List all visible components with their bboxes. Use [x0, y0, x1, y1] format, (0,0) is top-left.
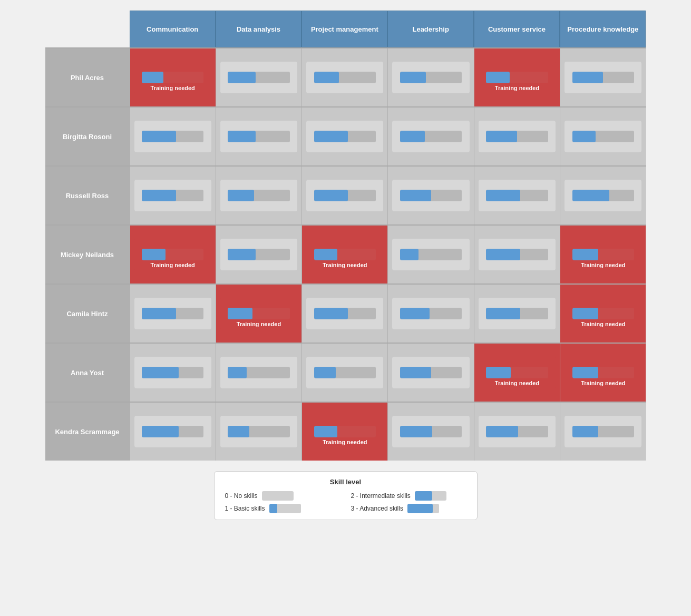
cell-1-0 — [130, 107, 216, 165]
cell-3-5: Training needed — [560, 226, 646, 283]
cell-1-5 — [560, 107, 646, 165]
legend-item-label: 1 - Basic skills — [225, 505, 265, 512]
legend-item-label: 3 - Advanced skills — [351, 505, 403, 512]
cell-0-1 — [216, 48, 301, 106]
cell-0-5 — [560, 48, 646, 106]
training-needed-label: Training needed — [134, 85, 211, 91]
cell-4-2 — [301, 285, 387, 343]
cell-6-5 — [560, 403, 646, 461]
cell-0-4: Training needed — [474, 48, 560, 106]
cell-5-4: Training needed — [474, 344, 560, 402]
row-label-6: Kendra Scrammage — [45, 403, 130, 461]
cell-5-1 — [216, 344, 301, 402]
training-needed-label: Training needed — [479, 85, 556, 91]
table-row: Anna YostTraining neededTraining needed — [45, 343, 646, 402]
legend-item-label: 0 - No skills — [225, 492, 258, 500]
cell-3-0: Training needed — [130, 226, 216, 283]
training-needed-label: Training needed — [565, 321, 641, 327]
training-needed-label: Training needed — [565, 262, 641, 268]
training-needed-label: Training needed — [479, 380, 556, 386]
table-row: Camila HintzTraining neededTraining need… — [45, 283, 646, 343]
cell-1-4 — [474, 107, 560, 165]
cell-2-3 — [387, 167, 473, 224]
cell-4-3 — [387, 285, 473, 343]
legend-bar — [269, 504, 301, 513]
cell-2-2 — [301, 167, 387, 224]
table-row: Birgitta Rosoni — [45, 106, 646, 165]
training-needed-label: Training needed — [565, 380, 641, 386]
training-needed-label: Training needed — [134, 262, 211, 268]
cell-4-0 — [130, 285, 216, 343]
cell-1-2 — [301, 107, 387, 165]
cell-0-3 — [387, 48, 473, 106]
col-header-data_analysis: Data analysis — [216, 11, 301, 47]
row-label-2: Russell Ross — [45, 167, 130, 224]
col-header-project_management: Project management — [301, 11, 387, 47]
col-header-customer_service: Customer service — [474, 11, 560, 47]
col-header-communication: Communication — [130, 11, 216, 47]
cell-4-5: Training needed — [560, 285, 646, 343]
training-needed-label: Training needed — [220, 321, 297, 327]
legend: Skill level 0 - No skills2 - Intermediat… — [214, 471, 478, 520]
cell-4-1: Training needed — [216, 285, 301, 343]
corner-cell — [45, 11, 130, 47]
table-row: Phil AcresTraining neededTraining needed — [45, 47, 646, 106]
row-label-0: Phil Acres — [45, 48, 130, 106]
table-row: Mickey NeilandsTraining neededTraining n… — [45, 224, 646, 283]
cell-3-3 — [387, 226, 473, 283]
legend-title: Skill level — [225, 478, 466, 486]
training-needed-label: Training needed — [306, 262, 383, 268]
cell-2-4 — [474, 167, 560, 224]
cell-0-2 — [301, 48, 387, 106]
table-row: Russell Ross — [45, 165, 646, 224]
cell-6-2: Training needed — [301, 403, 387, 461]
row-label-4: Camila Hintz — [45, 285, 130, 343]
table-row: Kendra ScrammageTraining needed — [45, 402, 646, 461]
legend-item-0: 0 - No skills — [225, 491, 340, 501]
cell-5-3 — [387, 344, 473, 402]
cell-3-4 — [474, 226, 560, 283]
legend-bar — [262, 491, 294, 501]
cell-4-4 — [474, 285, 560, 343]
cell-5-0 — [130, 344, 216, 402]
cell-6-1 — [216, 403, 301, 461]
legend-grid: 0 - No skills2 - Intermediate skills1 - … — [225, 491, 466, 513]
cell-6-0 — [130, 403, 216, 461]
training-needed-label: Training needed — [306, 439, 383, 445]
legend-item-3: 3 - Advanced skills — [351, 504, 466, 513]
row-label-1: Birgitta Rosoni — [45, 107, 130, 165]
cell-0-0: Training needed — [130, 48, 216, 106]
cell-6-4 — [474, 403, 560, 461]
legend-item-1: 2 - Intermediate skills — [351, 491, 466, 501]
cell-1-1 — [216, 107, 301, 165]
cell-2-1 — [216, 167, 301, 224]
header-row: CommunicationData analysisProject manage… — [45, 11, 646, 47]
cell-5-5: Training needed — [560, 344, 646, 402]
col-header-procedure_knowledge: Procedure knowledge — [560, 11, 646, 47]
row-label-5: Anna Yost — [45, 344, 130, 402]
cell-1-3 — [387, 107, 473, 165]
cell-2-0 — [130, 167, 216, 224]
legend-bar — [415, 491, 446, 501]
cell-2-5 — [560, 167, 646, 224]
skill-matrix: CommunicationData analysisProject manage… — [45, 11, 646, 461]
legend-item-2: 1 - Basic skills — [225, 504, 340, 513]
cell-3-2: Training needed — [301, 226, 387, 283]
col-header-leadership: Leadership — [387, 11, 473, 47]
legend-bar — [407, 504, 439, 513]
cell-5-2 — [301, 344, 387, 402]
row-label-3: Mickey Neilands — [45, 226, 130, 283]
legend-item-label: 2 - Intermediate skills — [351, 492, 411, 500]
cell-6-3 — [387, 403, 473, 461]
cell-3-1 — [216, 226, 301, 283]
